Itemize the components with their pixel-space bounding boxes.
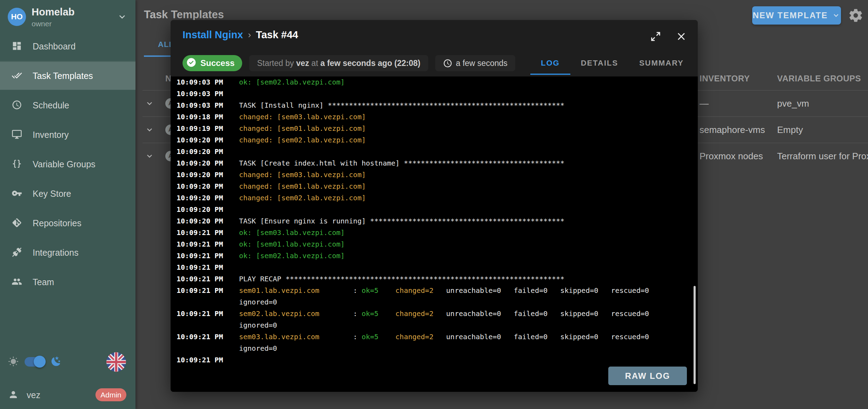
status-badge: Success <box>183 55 242 71</box>
sidebar-item-label: Schedule <box>33 100 69 110</box>
clock-icon <box>443 59 452 68</box>
menu-divider <box>0 61 135 61</box>
new-template-button[interactable]: NEW TEMPLATE <box>752 6 841 25</box>
modal-breadcrumb: Install Nginx › Task #44 <box>183 29 298 41</box>
sidebar-item-label: Inventory <box>33 130 69 140</box>
log-timestamp: 10:09:20 PM <box>177 192 239 204</box>
cell-variable-groups: pve_vm <box>777 98 809 109</box>
project-avatar: HO <box>8 8 26 26</box>
sidebar-item-repositories[interactable]: Repositories <box>0 209 135 237</box>
duration-label: a few seconds <box>456 59 508 68</box>
expand-icon[interactable] <box>650 31 662 42</box>
log-line: 10:09:03 PM <box>171 88 698 100</box>
cell-variable-groups: Empty <box>777 125 803 135</box>
chevron-down-icon <box>117 11 128 22</box>
log-line: 10:09:03 PMok: [sem02.lab.vezpi.com] <box>171 76 698 88</box>
task-title: Task #44 <box>256 29 298 41</box>
git-icon <box>12 217 23 229</box>
language-flag-uk[interactable] <box>106 352 126 372</box>
template-link[interactable]: Install Nginx <box>183 29 243 41</box>
log-timestamp: 10:09:03 PM <box>177 100 239 111</box>
chevron-down-icon[interactable] <box>145 99 154 108</box>
project-selector[interactable]: HO Homelab owner <box>0 0 135 32</box>
log-line: 10:09:20 PMTASK [Ensure nginx is running… <box>171 215 698 227</box>
sidebar-item-label: Variable Groups <box>33 159 95 169</box>
plug-icon <box>12 247 23 258</box>
check-circle-icon <box>186 57 197 69</box>
gear-icon[interactable] <box>848 8 863 23</box>
sidebar-item-inventory[interactable]: Inventory <box>0 121 135 149</box>
new-template-button-label: NEW TEMPLATE <box>753 11 828 20</box>
log-line: ignored=0 <box>171 343 698 354</box>
cell-inventory: Proxmox nodes <box>700 151 763 162</box>
admin-badge: Admin <box>95 388 126 401</box>
log-line: 10:09:18 PMchanged: [sem03.lab.vezpi.com… <box>171 111 698 123</box>
sidebar-item-dashboard[interactable]: Dashboard <box>0 32 135 60</box>
log-timestamp: 10:09:03 PM <box>177 76 239 88</box>
log-line: 10:09:20 PMchanged: [sem03.lab.vezpi.com… <box>171 169 698 181</box>
status-badge-label: Success <box>200 58 234 68</box>
log-timestamp: 10:09:20 PM <box>177 215 239 227</box>
log-timestamp: 10:09:21 PM <box>177 239 239 250</box>
log-line: 10:09:21 PMok: [sem01.lab.vezpi.com] <box>171 239 698 250</box>
sidebar-item-schedule[interactable]: Schedule <box>0 91 135 119</box>
log-line: 10:09:21 PMsem02.lab.vezpi.com : ok=5 ch… <box>171 308 698 320</box>
sidebar-menu: DashboardTask TemplatesScheduleInventory… <box>0 32 135 297</box>
sidebar-item-label: Key Store <box>33 189 71 199</box>
close-icon[interactable] <box>675 31 687 42</box>
log-timestamp: 10:09:21 PM <box>177 308 239 320</box>
raw-log-button[interactable]: RAW LOG <box>608 367 687 385</box>
tab-details[interactable]: DETAILS <box>570 52 629 75</box>
log-panel: 10:09:03 PMok: [sem02.lab.vezpi.com]10:0… <box>171 76 698 392</box>
log-timestamp: 10:09:20 PM <box>177 181 239 192</box>
project-name: Homelab <box>32 6 74 18</box>
log-line: 10:09:20 PMchanged: [sem02.lab.vezpi.com… <box>171 134 698 146</box>
tab-summary[interactable]: SUMMARY <box>629 52 694 75</box>
log-timestamp <box>177 320 239 331</box>
log-line: 10:09:20 PM <box>171 204 698 215</box>
chevron-down-icon <box>831 11 841 20</box>
column-header-variable-groups: VARIABLE GROUPS <box>777 74 861 83</box>
log-timestamp: 10:09:20 PM <box>177 204 239 215</box>
started-by-user: vez <box>296 59 309 68</box>
sidebar-item-label: Team <box>33 277 54 287</box>
log-line: 10:09:20 PMTASK [Create index.html with … <box>171 157 698 169</box>
log-line: 10:09:21 PMok: [sem02.lab.vezpi.com] <box>171 250 698 262</box>
dark-mode-toggle-knob[interactable] <box>34 356 46 368</box>
log-line: 10:09:20 PMchanged: [sem02.lab.vezpi.com… <box>171 192 698 204</box>
log-timestamp <box>177 296 239 308</box>
log-timestamp: 10:09:20 PM <box>177 169 239 181</box>
log-timestamp: 10:09:20 PM <box>177 157 239 169</box>
modal-tabs: LOGDETAILSSUMMARY <box>530 52 694 75</box>
log-line: 10:09:20 PM <box>171 146 698 157</box>
cell-inventory: — <box>700 98 709 109</box>
log-timestamp: 10:09:21 PM <box>177 227 239 239</box>
sidebar-item-label: Dashboard <box>33 41 75 52</box>
started-time: a few seconds ago (22:08) <box>320 59 420 68</box>
log-line: 10:09:21 PMsem01.lab.vezpi.com : ok=5 ch… <box>171 285 698 296</box>
log-line: ignored=0 <box>171 296 698 308</box>
started-chip: Started by vez at a few seconds ago (22:… <box>249 55 428 71</box>
app-root: Task Templates ALL NAME INVENTORY VARIAB… <box>0 0 868 409</box>
sidebar-item-variable-groups[interactable]: Variable Groups <box>0 150 135 178</box>
log-line: 10:09:21 PMsem03.lab.vezpi.com : ok=5 ch… <box>171 331 698 343</box>
chevron-down-icon[interactable] <box>145 151 154 161</box>
chevron-down-icon[interactable] <box>145 125 154 135</box>
log-timestamp: 10:09:19 PM <box>177 123 239 134</box>
dashboard-icon <box>12 41 23 52</box>
sidebar-item-task-templates[interactable]: Task Templates <box>0 62 135 90</box>
log-scrollbar[interactable] <box>694 286 696 384</box>
moon-icon <box>51 356 62 367</box>
tab-log[interactable]: LOG <box>530 52 570 75</box>
log-line: 10:09:21 PM <box>171 354 698 366</box>
status-row: Success Started by vez at a few seconds … <box>183 55 515 71</box>
user-row[interactable]: vez Admin <box>0 386 135 407</box>
log-line: 10:09:21 PM <box>171 262 698 273</box>
team-icon <box>12 276 23 288</box>
log-timestamp: 10:09:21 PM <box>177 250 239 262</box>
sidebar-item-team[interactable]: Team <box>0 268 135 296</box>
sidebar-item-integrations[interactable]: Integrations <box>0 239 135 267</box>
sidebar-item-key-store[interactable]: Key Store <box>0 180 135 208</box>
sidebar-item-label: Integrations <box>33 248 79 258</box>
check-all-icon <box>12 70 23 81</box>
